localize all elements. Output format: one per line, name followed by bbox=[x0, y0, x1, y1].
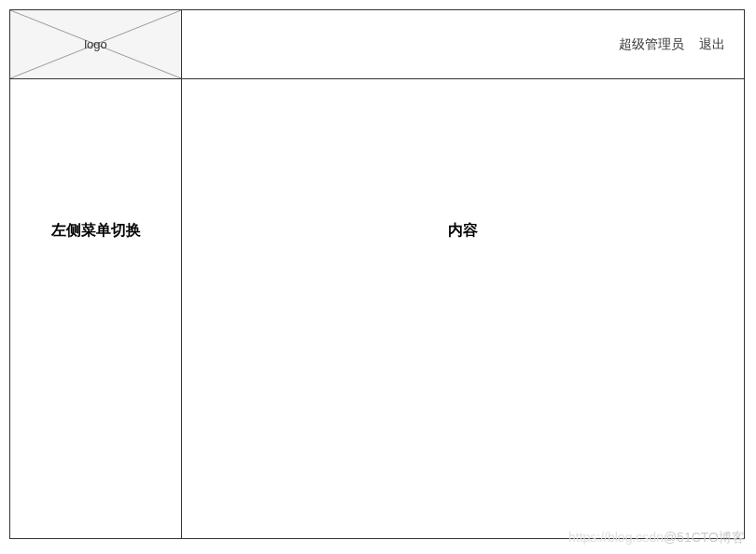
user-label[interactable]: 超级管理员 bbox=[619, 36, 684, 53]
logo-label: logo bbox=[84, 37, 107, 51]
body: 左侧菜单切换 内容 bbox=[10, 79, 744, 538]
sidebar-label: 左侧菜单切换 bbox=[51, 221, 141, 241]
header: logo 超级管理员 退出 bbox=[10, 10, 744, 79]
layout-wireframe: logo 超级管理员 退出 左侧菜单切换 内容 bbox=[9, 9, 745, 539]
content-label: 内容 bbox=[448, 221, 478, 241]
logo-placeholder: logo bbox=[10, 10, 182, 78]
content-area: 内容 bbox=[182, 79, 744, 538]
header-right: 超级管理员 退出 bbox=[182, 10, 744, 78]
logout-link[interactable]: 退出 bbox=[699, 36, 725, 53]
sidebar[interactable]: 左侧菜单切换 bbox=[10, 79, 182, 538]
